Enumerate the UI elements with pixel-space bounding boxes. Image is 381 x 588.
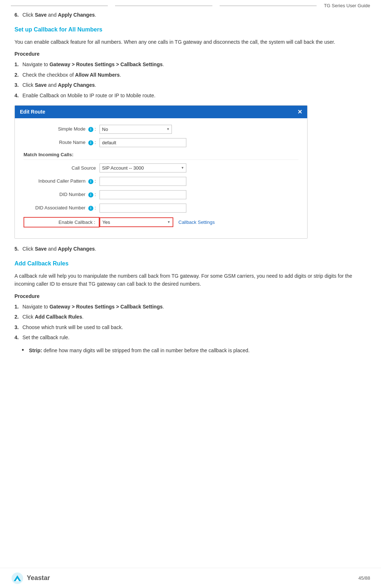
dialog-header: Edit Route ✕ <box>15 106 307 118</box>
inbound-caller-input[interactable] <box>100 177 186 186</box>
enable-callback-select-wrapper[interactable]: Yes No <box>100 217 173 227</box>
list-item: 2. Click Add Callback Rules. <box>14 313 367 321</box>
call-source-select[interactable]: SIP Account -- 3000 <box>100 163 186 172</box>
inbound-caller-info-icon[interactable]: i <box>88 179 93 184</box>
did-associated-info-icon[interactable]: i <box>88 206 93 211</box>
footer-logo: Yeastar <box>11 572 50 585</box>
list-item: 1. Navigate to Gateway > Routes Settings… <box>14 303 367 311</box>
enable-callback-label: Enable Callback : <box>24 217 100 227</box>
footer-page-num: 45/88 <box>358 575 370 581</box>
simple-mode-label: Simple Mode i : <box>24 126 100 132</box>
did-number-input[interactable] <box>100 190 186 199</box>
list-item: 4. Set the callback rule. <box>14 333 367 341</box>
match-incoming-label: Match Incoming Calls: <box>24 152 73 157</box>
step-5-apply: Apply Changes <box>58 246 95 252</box>
simple-mode-select[interactable]: No Yes <box>100 125 172 134</box>
step-6-text: Click Save and Apply Changes. <box>22 12 96 18</box>
call-source-label: Call Source <box>24 165 100 171</box>
simple-mode-row: Simple Mode i : No Yes <box>24 125 299 134</box>
simple-mode-info-icon[interactable]: i <box>88 127 93 132</box>
list-item: 1. Navigate to Gateway > Routes Settings… <box>14 60 367 68</box>
call-source-select-wrapper[interactable]: SIP Account -- 3000 <box>100 163 186 172</box>
dialog-body: Simple Mode i : No Yes Route Name i : <box>15 118 307 238</box>
section1-body1: You can enable callback feature for all … <box>14 38 367 46</box>
bullet-list: • Strip: define how many digits will be … <box>22 346 367 354</box>
section1-heading: Set up Callback for All Numbers <box>14 26 367 33</box>
header-line-1 <box>11 5 108 6</box>
list-item: 4. Enable Callback on Mobile to IP route… <box>14 91 367 99</box>
strip-bold: Strip: <box>29 348 42 353</box>
section2-heading: Add Callback Rules <box>14 260 367 267</box>
edit-route-dialog: Edit Route ✕ Simple Mode i : No Yes <box>14 105 308 239</box>
section2-procedure: Procedure <box>14 293 367 299</box>
match-incoming-row: Match Incoming Calls: <box>24 152 299 160</box>
step-5-save: Save <box>35 246 47 252</box>
step-5-text: Click Save and Apply Changes. <box>22 246 96 252</box>
step-5: 5. Click Save and Apply Changes. <box>14 246 367 252</box>
inbound-caller-row: Inbound Caller Pattern i : <box>24 177 299 186</box>
inbound-caller-label: Inbound Caller Pattern i : <box>24 178 100 184</box>
dialog-close-button[interactable]: ✕ <box>297 108 302 115</box>
step-6: 6. Click Save and Apply Changes. <box>14 12 367 18</box>
header-line-2 <box>115 5 212 6</box>
did-associated-input[interactable] <box>100 204 186 213</box>
simple-mode-select-wrapper[interactable]: No Yes <box>100 125 172 134</box>
enable-callback-row: Enable Callback : Yes No Callback Settin… <box>24 217 299 227</box>
section1-procedure: Procedure <box>14 51 367 57</box>
route-name-input[interactable] <box>100 138 186 147</box>
callback-settings-link[interactable]: Callback Settings <box>178 220 215 225</box>
nav-path-1: Gateway > Routes Settings > Callback Set… <box>50 61 163 67</box>
did-number-label: DID Number i : <box>24 192 100 197</box>
header-title: TG Series User Guide <box>324 3 370 8</box>
section1-steps: 1. Navigate to Gateway > Routes Settings… <box>14 60 367 99</box>
call-source-row: Call Source SIP Account -- 3000 <box>24 163 299 172</box>
step-6-apply: Apply Changes <box>58 12 95 18</box>
list-item: 3. Click Save and Apply Changes. <box>14 81 367 89</box>
dialog-title: Edit Route <box>20 109 45 115</box>
header-line-3 <box>220 5 317 6</box>
footer-logo-text: Yeastar <box>27 574 50 582</box>
step-5-num: 5. <box>14 246 22 252</box>
yeastar-logo-icon <box>11 572 24 585</box>
step-6-num: 6. <box>14 12 22 18</box>
page-header: TG Series User Guide <box>0 0 381 8</box>
list-item: 2. Check the checkbox of Allow All Numbe… <box>14 71 367 79</box>
list-item: 3. Choose which trunk will be used to ca… <box>14 323 367 331</box>
footer: Yeastar 45/88 <box>0 568 381 588</box>
route-name-row: Route Name i : <box>24 138 299 147</box>
list-item: • Strip: define how many digits will be … <box>22 346 367 354</box>
main-content: 6. Click Save and Apply Changes. Set up … <box>0 8 381 380</box>
add-callback-rules-text: Add Callback Rules <box>35 314 82 320</box>
enable-callback-select[interactable]: Yes No <box>100 218 173 226</box>
section2-steps: 1. Navigate to Gateway > Routes Settings… <box>14 303 367 342</box>
section2-body1: A callback rule will help you to manipul… <box>14 272 367 288</box>
dialog-wrapper: Edit Route ✕ Simple Mode i : No Yes <box>14 105 367 239</box>
did-associated-row: DID Associated Number i : <box>24 204 299 213</box>
did-associated-label: DID Associated Number i : <box>24 205 100 211</box>
step-6-save: Save <box>35 12 47 18</box>
did-number-info-icon[interactable]: i <box>88 192 93 197</box>
did-number-row: DID Number i : <box>24 190 299 199</box>
route-name-info-icon[interactable]: i <box>88 140 93 145</box>
route-name-label: Route Name i : <box>24 140 100 145</box>
allow-all-numbers: Allow All Numbers <box>75 72 120 78</box>
nav-path-2: Gateway > Routes Settings > Callback Set… <box>50 304 163 310</box>
